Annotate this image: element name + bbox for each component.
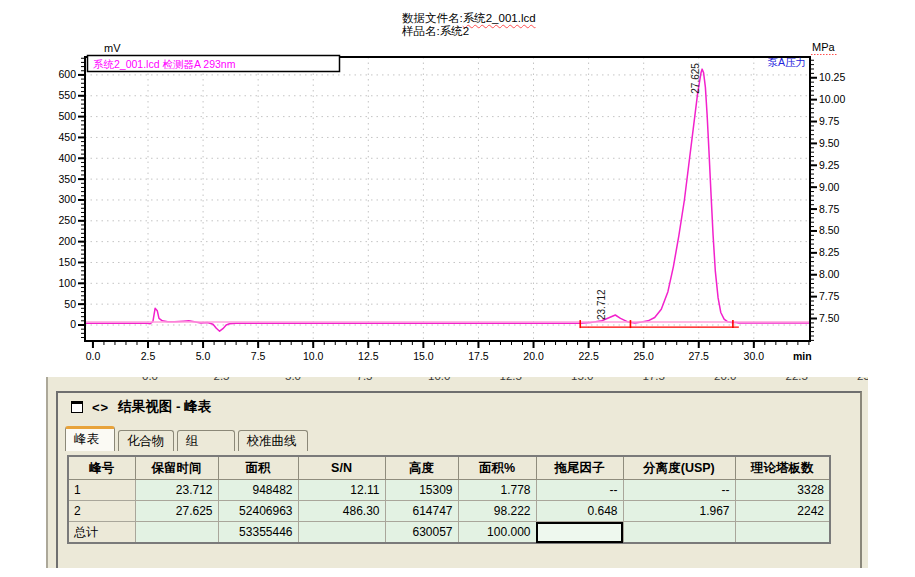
svg-text:8.25: 8.25: [819, 246, 840, 258]
background-axis-label: 10.0: [428, 377, 450, 382]
svg-text:8.00: 8.00: [819, 268, 840, 280]
svg-text:20.0: 20.0: [523, 350, 544, 362]
results-titlebar: <> 结果视图 - 峰表: [58, 393, 860, 421]
svg-text:7.75: 7.75: [819, 290, 840, 302]
svg-text:8.50: 8.50: [819, 224, 840, 236]
column-header[interactable]: 理论塔板数: [735, 456, 830, 480]
column-header[interactable]: 保留时间: [135, 456, 218, 480]
detector-legend-label: 系统2_001.lcd 检测器A 293nm: [93, 58, 236, 70]
column-header[interactable]: S/N: [298, 456, 385, 480]
svg-text:9.00: 9.00: [819, 181, 840, 193]
data-cell[interactable]: 2242: [735, 501, 830, 522]
svg-text:0.0: 0.0: [86, 350, 101, 362]
svg-text:200: 200: [58, 235, 76, 247]
table-row: 总计53355446630057100.000: [68, 522, 830, 544]
svg-text:12.5: 12.5: [358, 350, 379, 362]
svg-text:7.50: 7.50: [819, 312, 840, 324]
background-axis-label: 7.5: [357, 377, 373, 382]
svg-text:30.0: 30.0: [744, 350, 765, 362]
results-tab-bar: 峰表化合物组校准曲线: [65, 427, 311, 451]
data-cell[interactable]: [735, 522, 830, 544]
svg-text:22.5: 22.5: [578, 350, 599, 362]
data-cell[interactable]: 53355446: [218, 522, 298, 544]
row-header-cell[interactable]: 2: [68, 501, 135, 522]
background-axis-label: 20.0: [714, 377, 736, 382]
results-view-window[interactable]: <> 结果视图 - 峰表 峰表化合物组校准曲线 峰号保留时间面积S/N高度面积%…: [56, 391, 862, 568]
data-cell[interactable]: 52406963: [218, 501, 298, 522]
column-header[interactable]: 峰号: [68, 456, 135, 480]
svg-text:9.25: 9.25: [819, 159, 840, 171]
svg-text:400: 400: [58, 152, 76, 164]
data-cell[interactable]: 948482: [218, 480, 298, 501]
svg-text:10.00: 10.00: [819, 93, 845, 105]
data-cell[interactable]: 98.222: [458, 501, 536, 522]
data-cell[interactable]: --: [623, 480, 735, 501]
data-cell[interactable]: 12.11: [298, 480, 385, 501]
pressure-legend-label: 泵A压力: [767, 56, 806, 68]
data-cell[interactable]: [135, 522, 218, 544]
right-axis-unit: MPa: [812, 41, 836, 53]
data-cell[interactable]: 1.967: [623, 501, 735, 522]
svg-text:7.5: 7.5: [251, 350, 266, 362]
svg-text:27.5: 27.5: [689, 350, 710, 362]
chromatogram-chart: 0.02.55.07.510.012.515.017.520.022.525.0…: [0, 0, 915, 378]
data-cell[interactable]: 1.778: [458, 480, 536, 501]
svg-text:150: 150: [58, 256, 76, 268]
tab-peak-table[interactable]: 峰表: [65, 426, 115, 451]
data-cell[interactable]: 23.712: [135, 480, 218, 501]
data-cell[interactable]: --: [536, 480, 623, 501]
column-header[interactable]: 分离度(USP): [623, 456, 735, 480]
column-header[interactable]: 面积%: [458, 456, 536, 480]
data-cell[interactable]: 0.648: [536, 501, 623, 522]
table-row: 227.62552406963486.3061474798.2220.6481.…: [68, 501, 830, 522]
tab-calibration-curve[interactable]: 校准曲线: [238, 430, 308, 451]
svg-text:2.5: 2.5: [141, 350, 156, 362]
svg-text:8.75: 8.75: [819, 203, 840, 215]
row-header-cell[interactable]: 总计: [68, 522, 135, 544]
peak-rt-label: 23.712: [596, 289, 607, 320]
clipped-axis-labels: 0.02.55.07.510.012.515.017.520.022.525.0: [48, 377, 868, 390]
svg-text:0: 0: [70, 318, 76, 330]
data-cell[interactable]: [298, 522, 385, 544]
background-axis-label: 5.0: [285, 377, 301, 382]
background-axis-label: 12.5: [500, 377, 522, 382]
expand-collapse-icon[interactable]: <>: [92, 400, 109, 415]
svg-text:15.0: 15.0: [413, 350, 434, 362]
tab-compound[interactable]: 化合物: [118, 430, 174, 451]
data-cell[interactable]: 614747: [385, 501, 458, 522]
data-cell[interactable]: 15309: [385, 480, 458, 501]
svg-text:600: 600: [58, 68, 76, 80]
svg-text:10.25: 10.25: [819, 71, 845, 83]
svg-text:250: 250: [58, 214, 76, 226]
svg-text:5.0: 5.0: [196, 350, 211, 362]
tab-group[interactable]: 组: [177, 430, 235, 451]
svg-text:100: 100: [58, 277, 76, 289]
background-axis-label: 15.0: [571, 377, 593, 382]
svg-text:50: 50: [64, 298, 76, 310]
svg-text:10.0: 10.0: [303, 350, 324, 362]
svg-text:25.0: 25.0: [633, 350, 654, 362]
peak-table: 峰号保留时间面积S/N高度面积%拖尾因子分离度(USP)理论塔板数123.712…: [67, 455, 831, 544]
background-axis-label: 2.5: [214, 377, 230, 382]
data-cell[interactable]: [536, 522, 623, 544]
column-header[interactable]: 高度: [385, 456, 458, 480]
data-cell[interactable]: 27.625: [135, 501, 218, 522]
svg-text:450: 450: [58, 131, 76, 143]
peak-rt-label: 27.625: [690, 63, 701, 94]
svg-text:550: 550: [58, 89, 76, 101]
svg-text:9.75: 9.75: [819, 115, 840, 127]
row-header-cell[interactable]: 1: [68, 480, 135, 501]
data-cell[interactable]: [623, 522, 735, 544]
svg-text:500: 500: [58, 110, 76, 122]
background-axis-label: 25.0: [857, 377, 868, 382]
data-cell[interactable]: 3328: [735, 480, 830, 501]
column-header[interactable]: 面积: [218, 456, 298, 480]
svg-text:17.5: 17.5: [468, 350, 489, 362]
results-title: 结果视图 - 峰表: [118, 398, 211, 416]
column-header[interactable]: 拖尾因子: [536, 456, 623, 480]
data-cell[interactable]: 100.000: [458, 522, 536, 544]
data-cell[interactable]: 486.30: [298, 501, 385, 522]
svg-text:9.50: 9.50: [819, 137, 840, 149]
data-cell[interactable]: 630057: [385, 522, 458, 544]
window-restore-icon[interactable]: [71, 401, 83, 413]
